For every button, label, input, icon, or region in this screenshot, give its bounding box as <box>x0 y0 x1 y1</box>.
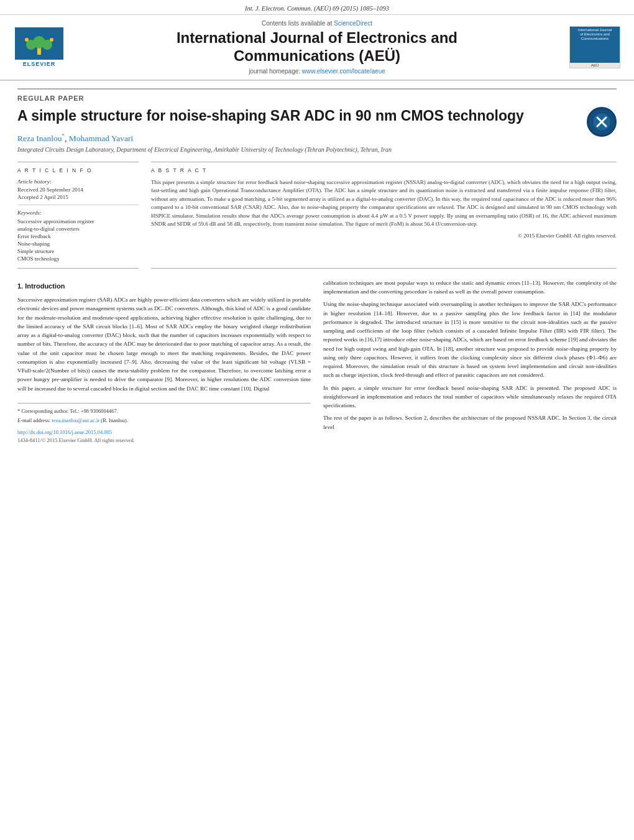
right-para-1: calibration techniques are most popular … <box>323 279 617 297</box>
crossmark-badge <box>587 107 617 137</box>
keywords-label: Keywords: <box>17 210 139 216</box>
sciencedirect-link[interactable]: ScienceDirect <box>334 20 372 27</box>
abstract-text: This paper presents a simple structure f… <box>151 178 617 229</box>
article-type-label: REGULAR PAPER <box>17 88 617 102</box>
article-meta-section: A R T I C L E I N F O Article history: R… <box>17 162 617 269</box>
accepted-date: Accepted 2 April 2015 <box>17 194 139 200</box>
homepage-link[interactable]: www.elsevier.com/locate/aeue <box>302 68 385 75</box>
keyword-2: analog-to-digital converters <box>17 226 139 232</box>
elsevier-logo-box <box>15 27 63 60</box>
journal-citation: Int. J. Electron. Commun. (AEÜ) 69 (2015… <box>245 5 389 12</box>
email-suffix: (R. Inanlou). <box>101 417 128 423</box>
abstract-column: A B S T R A C T This paper presents a si… <box>151 162 617 269</box>
author-2-link[interactable]: Mohammad Yavari <box>69 134 134 143</box>
journal-logo-area: International Journalof Electronics andC… <box>567 26 623 68</box>
journal-homepage: journal homepage: www.elsevier.com/locat… <box>73 68 561 75</box>
svg-point-5 <box>25 38 29 42</box>
doi-line: http://dx.doi.org/10.1016/j.aeue.2015.04… <box>17 428 311 436</box>
intro-heading: 1. Introduction <box>17 281 311 292</box>
author-1-link[interactable]: Reza Inanlou <box>17 134 62 143</box>
citation-bar: Int. J. Electron. Commun. (AEÜ) 69 (2015… <box>0 0 634 14</box>
abstract-copyright: © 2015 Elsevier GmbH. All rights reserve… <box>151 233 617 239</box>
crossmark-icon <box>592 112 612 132</box>
info-divider <box>17 205 139 205</box>
main-body-section: 1. Introduction Successive approximation… <box>17 279 617 445</box>
footnote-corresponding: * Corresponding author. Tel.: +98 930600… <box>17 407 311 415</box>
issn-line: 1434-8411/© 2015 Elsevier GmbH. All righ… <box>17 436 311 445</box>
svg-point-6 <box>50 38 53 42</box>
main-col-right: calibration techniques are most popular … <box>323 279 617 445</box>
footnote-area: * Corresponding author. Tel.: +98 930600… <box>17 403 311 445</box>
journal-header: ELSEVIER Contents lists available at Sci… <box>0 14 634 81</box>
abstract-heading: A B S T R A C T <box>151 167 617 173</box>
keyword-1: Successive approximation register <box>17 218 139 224</box>
keyword-6: CMOS technology <box>17 256 139 262</box>
received-date: Received 20 September 2014 <box>17 187 139 193</box>
journal-logo-top: International Journalof Electronics andC… <box>570 27 620 63</box>
authors-line: Reza Inanlou*, Mohammad Yavari <box>17 132 617 144</box>
elsevier-text: ELSEVIER <box>23 61 56 67</box>
elsevier-logo-area: ELSEVIER <box>11 27 67 67</box>
right-para-3: In this paper, a simple structure for er… <box>323 384 617 410</box>
footnote-email: E-mail address: reza.inanlou@aut.ac.ir (… <box>17 417 311 425</box>
intro-para-1: Successive approximation register (SAR) … <box>17 295 311 393</box>
paper-title-area: A simple structure for noise-shaping SAR… <box>17 107 617 126</box>
doi-link[interactable]: http://dx.doi.org/10.1016/j.aeue.2015.04… <box>17 429 112 435</box>
article-info-heading: A R T I C L E I N F O <box>17 167 139 173</box>
email-label: E-mail address: <box>17 417 52 423</box>
right-para-2: Using the noise-shaping technique associ… <box>323 300 617 379</box>
right-para-4: The rest of the paper is as follows. Sec… <box>323 413 617 432</box>
body-content: REGULAR PAPER A simple structure for noi… <box>0 81 634 455</box>
paper-title-text: A simple structure for noise-shaping SAR… <box>17 108 524 124</box>
elsevier-tree-icon <box>17 30 61 57</box>
journal-title-area: Contents lists available at ScienceDirec… <box>67 20 567 75</box>
keyword-5: Simple structure <box>17 248 139 254</box>
contents-line: Contents lists available at ScienceDirec… <box>73 20 561 27</box>
main-col-left: 1. Introduction Successive approximation… <box>17 279 311 445</box>
journal-logo-bottom: AEÜ <box>570 63 620 68</box>
affiliation: Integrated Circuits Design Laboratory, D… <box>17 146 617 153</box>
article-history-label: Article history: <box>17 178 139 185</box>
journal-logo-img: International Journalof Electronics andC… <box>569 26 620 68</box>
keyword-3: Error feedback <box>17 233 139 239</box>
keyword-4: Noise-shaping <box>17 241 139 247</box>
article-info-column: A R T I C L E I N F O Article history: R… <box>17 162 139 269</box>
journal-title: International Journal of Electronics and… <box>73 29 561 65</box>
email-link[interactable]: reza.inanlou@aut.ac.ir <box>52 417 99 423</box>
page: Int. J. Electron. Commun. (AEÜ) 69 (2015… <box>0 0 634 840</box>
